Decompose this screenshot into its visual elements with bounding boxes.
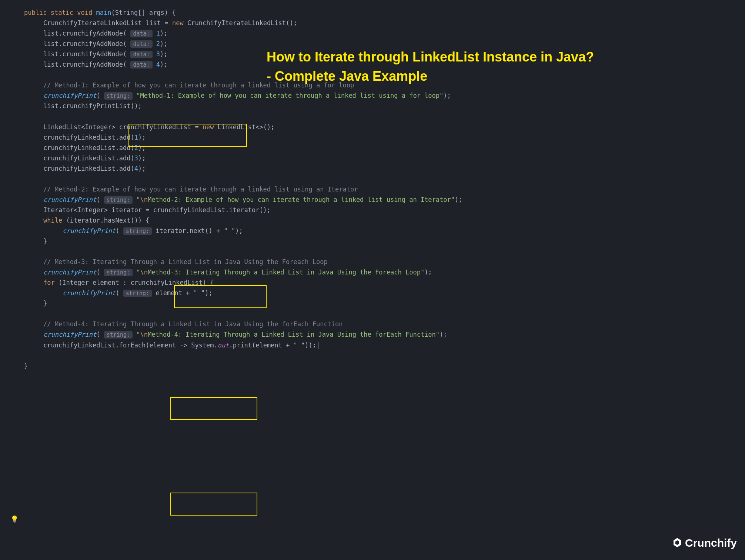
code-line: // Method-2: Example of how you can iter… — [24, 184, 745, 194]
code-line: } — [24, 298, 745, 309]
title-line-1: How to Iterate through LinkedList Instan… — [267, 47, 594, 67]
code-line: crunchifyPrint( string: "Method-1: Examp… — [24, 90, 745, 101]
code-line: // Method-4: Iterating Through a Linked … — [24, 319, 745, 329]
param-hint: data: — [130, 30, 152, 37]
code-line: crunchifyPrint( string: "\nMethod-4: Ite… — [24, 329, 745, 340]
param-hint: data: — [130, 51, 152, 58]
code-line: crunchifyPrint( string: "\nMethod-2: Exa… — [24, 194, 745, 205]
param-hint: string: — [104, 269, 133, 276]
code-line: } — [24, 236, 745, 246]
crunchify-icon — [672, 537, 683, 548]
code-line: crunchifyPrint( string: iterator.next() … — [24, 226, 745, 236]
code-line: crunchifyLinkedList.add(2); — [24, 143, 745, 153]
code-line: Iterator<Integer> iterator = crunchifyLi… — [24, 205, 745, 215]
code-line: crunchifyLinkedList.add(3); — [24, 153, 745, 163]
code-line: crunchifyLinkedList.add(1); — [24, 132, 745, 143]
title-line-2: - Complete Java Example — [267, 67, 594, 86]
code-line: list.crunchifyPrintList(); — [24, 101, 745, 111]
highlight-box-4 — [170, 493, 257, 516]
logo-text: Crunchify — [685, 534, 737, 552]
code-line: for (Integer element : crunchifyLinkedLi… — [24, 277, 745, 288]
param-hint: string: — [104, 331, 133, 339]
code-line: while (iterator.hasNext()) { — [24, 215, 745, 226]
code-line: } — [24, 361, 745, 371]
param-hint: string: — [104, 196, 133, 204]
param-hint: string: — [123, 290, 152, 297]
param-hint: data: — [130, 61, 152, 69]
crunchify-logo: Crunchify — [672, 534, 737, 552]
code-line: LinkedList<Integer> crunchifyLinkedList … — [24, 122, 745, 132]
code-line: public static void main(String[] args) { — [24, 7, 745, 18]
code-line: list.crunchifyAddNode( data: 1); — [24, 28, 745, 39]
code-line: // Method-3: Iterating Through a Linked … — [24, 257, 745, 267]
code-line: CrunchifyIterateLinkedList list = new Cr… — [24, 18, 745, 28]
code-line: crunchifyLinkedList.add(4); — [24, 163, 745, 174]
param-hint: data: — [130, 40, 152, 48]
lightbulb-icon[interactable]: 💡 — [10, 514, 19, 525]
param-hint: string: — [104, 92, 133, 100]
code-line: crunchifyPrint( string: "\nMethod-3: Ite… — [24, 267, 745, 277]
code-line: crunchifyPrint( string: element + " "); — [24, 288, 745, 298]
param-hint: string: — [123, 227, 152, 235]
title-overlay: How to Iterate through LinkedList Instan… — [267, 47, 594, 86]
code-line: crunchifyLinkedList.forEach(element -> S… — [24, 340, 745, 350]
caret: | — [316, 341, 320, 349]
highlight-box-3 — [170, 397, 257, 420]
